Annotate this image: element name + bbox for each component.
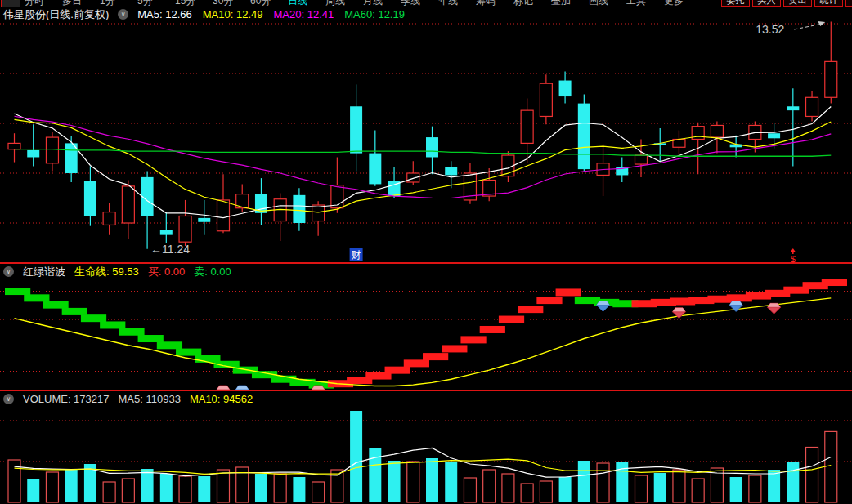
menu-item-6[interactable]: 60分 [250, 0, 288, 7]
fin-report-badge[interactable]: 财 [350, 248, 363, 261]
chevron-down-icon[interactable]: ∨ [3, 394, 14, 404]
topbar-button-2[interactable]: 卖出 [783, 0, 812, 7]
menu-item-10[interactable]: 季线 [401, 0, 438, 7]
menu-item-17[interactable]: 更多 [664, 0, 702, 7]
menu-item-4[interactable]: 15分 [175, 0, 213, 7]
topbar: 分时多日1分5分15分30分60分日线周线月线季线年线筹码标记叠加画线工具更多 … [0, 0, 852, 7]
menu-item-2[interactable]: 1分 [100, 0, 137, 7]
chart-canvas[interactable]: 13.52←11.24财$ [0, 0, 852, 504]
chevron-down-icon[interactable]: ∨ [118, 9, 128, 20]
volume-bars [8, 411, 837, 502]
gem-icon-blue [597, 301, 610, 312]
menu-item-15[interactable]: 画线 [589, 0, 626, 7]
svg-text:13.52: 13.52 [756, 23, 784, 36]
topbar-button-0[interactable]: 委托 [721, 0, 750, 7]
buy-value: 买: 0.00 [148, 265, 186, 279]
indicator-name: 红绿谐波 [23, 265, 65, 279]
menu-item-1[interactable]: 多日 [62, 0, 100, 7]
menu-item-9[interactable]: 月线 [363, 0, 401, 7]
main-chart-header: 伟星股份(日线.前复权) ∨ MA5: 12.66MA10: 12.49MA20… [3, 7, 405, 21]
volume-panel-header: ∨ VOLUME: 173217 MA5: 110933 MA10: 94562 [3, 392, 253, 406]
menu-item-7[interactable]: 日线 [288, 0, 325, 7]
topbar-button-partial[interactable] [845, 0, 852, 7]
stock-title: 伟星股份(日线.前复权) [3, 7, 109, 22]
volume-value: VOLUME: 173217 [23, 393, 110, 405]
menu-item-11[interactable]: 年线 [438, 0, 476, 7]
stock-app-window: { "topbar": { "menu_items": [ {"label":"… [0, 0, 852, 504]
menu-item-14[interactable]: 叠加 [551, 0, 589, 7]
svg-text:$: $ [791, 254, 796, 264]
menu-item-0[interactable]: 分时 [25, 0, 62, 7]
menu-item-12[interactable]: 筹码 [476, 0, 513, 7]
topbar-menu: 分时多日1分5分15分30分60分日线周线月线季线年线筹码标记叠加画线工具更多 [25, 0, 702, 7]
ma-label-3: MA60: 12.19 [344, 8, 405, 20]
topbar-button-3[interactable]: 统计 [814, 0, 843, 7]
volume-ma10-value: MA10: 94562 [190, 393, 253, 405]
chevron-down-icon[interactable]: ∨ [3, 266, 14, 277]
topbar-buttons: 委托买入卖出统计 [721, 0, 852, 7]
svg-text:←11.24: ←11.24 [150, 243, 190, 256]
harmonic-panel-header: ∨ 红绿谐波 生命线: 59.53 买: 0.00 卖: 0.00 [3, 265, 231, 279]
lifeline [15, 298, 832, 386]
ma-label-0: MA5: 12.66 [137, 8, 192, 20]
topbar-button-1[interactable]: 买入 [752, 0, 781, 7]
candlestick-chart [8, 22, 837, 249]
ma-label-1: MA10: 12.49 [203, 8, 263, 20]
svg-text:财: 财 [352, 249, 361, 261]
dividend-marker: $ [790, 248, 796, 264]
menu-item-13[interactable]: 标记 [513, 0, 551, 7]
ma-legend: MA5: 12.66MA10: 12.49MA20: 12.41MA60: 12… [137, 8, 405, 20]
lifeline-value: 生命线: 59.53 [74, 265, 139, 279]
logo-box[interactable] [1, 0, 20, 7]
menu-item-16[interactable]: 工具 [626, 0, 664, 7]
volume-ma-lines [15, 448, 832, 477]
volume-ma5-value: MA5: 110933 [119, 393, 181, 405]
sell-value: 卖: 0.00 [194, 265, 231, 279]
menu-item-8[interactable]: 周线 [325, 0, 363, 7]
menu-item-3[interactable]: 5分 [137, 0, 175, 7]
menu-item-5[interactable]: 30分 [213, 0, 250, 7]
gem-icon-red [768, 303, 781, 314]
ma-label-2: MA20: 12.41 [274, 8, 334, 20]
annotations: 13.52←11.24 [150, 21, 825, 256]
harmonic-step-chart [5, 279, 847, 389]
